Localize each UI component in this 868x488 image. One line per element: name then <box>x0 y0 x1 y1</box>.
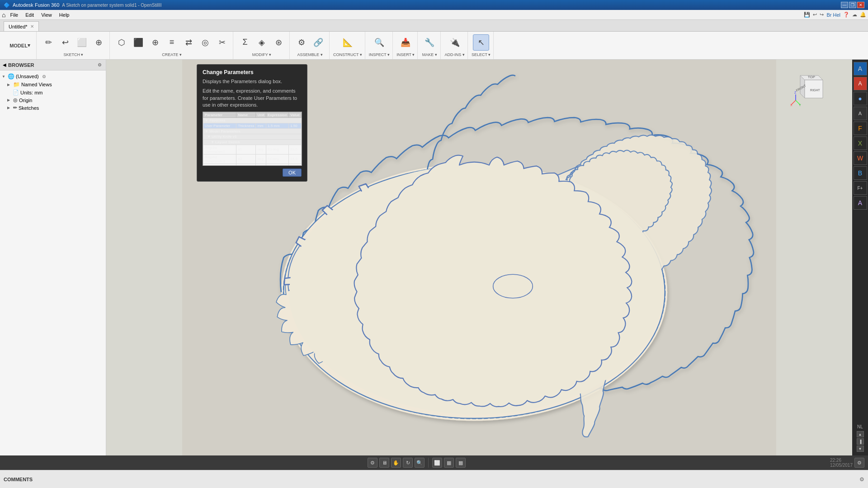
tree-item-origin[interactable]: ▶ ◎ Origin <box>0 96 106 104</box>
cell-name-2: d1 <box>236 145 256 154</box>
home-icon[interactable]: ⌂ <box>2 11 5 19</box>
app-icon-6[interactable]: X <box>854 136 867 150</box>
sketch-btn-4[interactable]: ⊕ <box>90 34 107 51</box>
assemble-btn-2[interactable]: 🔗 <box>310 34 326 51</box>
tree-item-sketches[interactable]: ▶ ✏ Sketches <box>0 104 106 112</box>
construct-btn-1[interactable]: 📐 <box>340 34 356 51</box>
svg-text:Z: Z <box>794 91 797 94</box>
browser-collapse-icon[interactable]: ◀ <box>3 62 6 67</box>
toolbar-addins-group: 🔌 ADD-INS ▾ <box>442 32 468 59</box>
create-btn-4[interactable]: ≡ <box>164 34 180 51</box>
toolbar-btn-camera[interactable]: ⚙ <box>368 458 377 468</box>
select-btn-1[interactable]: ↖ <box>473 34 489 51</box>
tab-close-icon[interactable]: ✕ <box>30 24 34 29</box>
notification-icon[interactable]: 🔔 <box>860 12 866 18</box>
viewcube[interactable]: TOP FRONT RIGHT X Y Z <box>789 66 825 103</box>
toolbar: MODEL ▾ ✏ ↩ ⬜ ⊕ SKETCH ▾ ⬡ ⬛ ⊕ ≡ ⇄ ◎ ✂ C… <box>0 32 868 60</box>
toolbar-btn-pan[interactable]: ✋ <box>391 458 401 468</box>
menu-file[interactable]: File <box>7 11 21 19</box>
vol-down-btn[interactable]: ▼ <box>857 446 864 452</box>
app-icon-4[interactable]: A <box>854 107 867 120</box>
tree-item-units: 📄 Units: mm <box>0 89 106 96</box>
sketch-btn-1[interactable]: ✏ <box>40 34 57 51</box>
inspect-btn-1[interactable]: 🔍 <box>371 34 387 51</box>
settings-btn[interactable]: ⚙ <box>854 458 864 468</box>
viewport[interactable]: Change Parameters Displays the Parameter… <box>106 60 852 455</box>
modify-btn-1[interactable]: Σ <box>237 34 253 51</box>
create-btn-2[interactable]: ⬛ <box>130 34 146 51</box>
comments-settings-icon[interactable]: ⚙ <box>859 476 864 483</box>
insert-buttons: 📥 <box>397 34 414 51</box>
toolbar-btn-view1[interactable]: ⬜ <box>432 458 442 468</box>
app-icon-3[interactable]: ● <box>854 92 867 105</box>
user-menu[interactable]: Br Hel <box>826 12 840 18</box>
sketch-btn-3[interactable]: ⬜ <box>74 34 90 51</box>
model-arrow: ▾ <box>28 42 30 48</box>
app-icon-10[interactable]: A <box>854 196 867 210</box>
tree-label-named-views: Named Views <box>21 82 52 87</box>
app-icon-5[interactable]: F <box>854 122 867 135</box>
addins-btn-1[interactable]: 🔌 <box>447 34 463 51</box>
minimize-button[interactable]: — <box>841 2 848 8</box>
menu-view[interactable]: View <box>38 11 55 19</box>
app-icon-1[interactable]: A <box>854 62 867 75</box>
row-angular-dim-3: Angular Dimension-3 d3 deg 54 deg 54.0 <box>203 154 302 164</box>
toolbar-btn-view3[interactable]: ▩ <box>456 458 466 468</box>
create-btn-7[interactable]: ✂ <box>214 34 230 51</box>
toolbar-select-group: ↖ SELECT ▾ <box>469 32 494 59</box>
ok-button[interactable]: OK <box>283 169 302 177</box>
app-icon-8[interactable]: B <box>854 166 867 180</box>
browser-settings-icon[interactable]: ⚙ <box>96 61 103 69</box>
create-btn-1[interactable]: ⬡ <box>113 34 130 51</box>
section-favorites: ▼ Favorites <box>203 117 302 123</box>
close-button[interactable]: ✕ <box>857 2 864 8</box>
undo-icon[interactable]: ↩ <box>813 12 817 18</box>
modify-btn-2[interactable]: ◈ <box>254 34 270 51</box>
tab-untitled[interactable]: Untitled* ✕ <box>4 21 39 31</box>
tree-item-named-views[interactable]: ▶ 📁 Named Views <box>0 80 106 89</box>
app-icon-2[interactable]: A <box>854 77 867 90</box>
tree-arrow-root: ▼ <box>2 75 6 79</box>
make-btn-1[interactable]: 🔧 <box>421 34 438 51</box>
section-model-params: ▼ Model Parameters <box>203 128 302 134</box>
app-icon-9[interactable]: F+ <box>854 181 867 195</box>
root-icon: 🌐 <box>8 73 14 80</box>
app-logo: 🔷 <box>4 2 10 8</box>
col-expression: Expression <box>266 112 288 117</box>
addins-buttons: 🔌 <box>447 34 463 51</box>
toolbar-model-group: MODEL ▾ <box>4 32 37 59</box>
sketch-btn-2[interactable]: ↩ <box>57 34 73 51</box>
tree-label-sketches: Sketches <box>19 105 39 111</box>
make-buttons: 🔧 <box>421 34 438 51</box>
title-bar-controls: — ❐ ✕ <box>841 2 864 8</box>
save-icon[interactable]: 💾 <box>804 12 810 18</box>
gear-icon[interactable]: ⚙ <box>42 74 46 79</box>
menu-bar: ⌂ File Edit View Help 💾 ↩ ↪ Br Hel ❓ ☁ 🔔 <box>0 10 868 20</box>
create-btn-3[interactable]: ⊕ <box>147 34 163 51</box>
create-btn-6[interactable]: ◎ <box>197 34 213 51</box>
menu-edit[interactable]: Edit <box>23 11 37 19</box>
utility-knife-header: ▼ Utility Knife v1 <box>203 134 302 139</box>
toolbar-btn-display[interactable]: 🖥 <box>379 458 389 468</box>
svg-text:X: X <box>790 103 793 107</box>
help-icon[interactable]: ❓ <box>843 12 849 18</box>
cloud-icon[interactable]: ☁ <box>852 12 857 18</box>
tree-item-root[interactable]: ▼ 🌐 (Unsaved) ⚙ <box>0 72 106 80</box>
app-icon-7[interactable]: W <box>854 151 867 165</box>
redo-icon[interactable]: ↪ <box>820 12 824 18</box>
tooltip-title: Change Parameters <box>203 69 302 75</box>
toolbar-btn-orbit[interactable]: ↻ <box>403 458 413 468</box>
assemble-btn-1[interactable]: ⚙ <box>293 34 310 51</box>
create-buttons: ⬡ ⬛ ⊕ ≡ ⇄ ◎ ✂ <box>113 34 230 51</box>
model-dropdown[interactable]: MODEL ▾ <box>6 38 33 54</box>
insert-btn-1[interactable]: 📥 <box>397 34 414 51</box>
vol-up-btn[interactable]: ▲ <box>857 431 864 437</box>
restore-button[interactable]: ❐ <box>849 2 856 8</box>
vol-bar-btn[interactable]: ▐ <box>857 438 864 445</box>
toolbar-btn-view2[interactable]: ▦ <box>444 458 454 468</box>
toolbar-btn-zoom[interactable]: 🔍 <box>415 458 425 468</box>
modify-btn-3[interactable]: ⊛ <box>270 34 287 51</box>
viewcube-svg[interactable]: TOP FRONT RIGHT X Y Z <box>789 66 830 107</box>
create-btn-5[interactable]: ⇄ <box>180 34 197 51</box>
menu-help[interactable]: Help <box>57 11 72 19</box>
